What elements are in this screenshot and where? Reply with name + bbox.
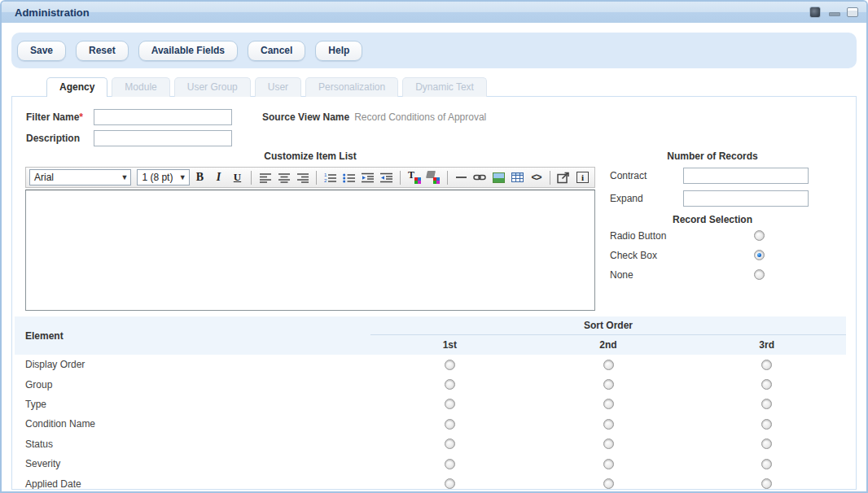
sort-radio-2nd-group[interactable] <box>603 379 614 390</box>
element-header: Element <box>15 316 370 355</box>
sort-row-label: Condition Name <box>15 418 370 430</box>
sort-radio-1st-condition-name[interactable] <box>445 419 455 430</box>
underline-icon[interactable]: U <box>229 169 246 186</box>
save-button[interactable]: Save <box>17 41 66 61</box>
contract-row: Contract <box>607 167 846 185</box>
sort-radio-2nd-display-order[interactable] <box>603 360 614 370</box>
sort-radio-3rd-condition-name[interactable] <box>761 419 772 430</box>
check-box-option-label: Check Box <box>607 250 754 261</box>
reset-button[interactable]: Reset <box>76 41 129 61</box>
administration-window: Administration Save Reset Available Fiel… <box>0 0 868 493</box>
record-selection-option-check-box: Check Box <box>607 246 846 264</box>
column-header-2nd: 2nd <box>529 335 688 355</box>
font-family-select[interactable]: Arial▼ <box>29 169 131 185</box>
sort-radio-2nd-applied-date[interactable] <box>603 478 614 489</box>
sort-radio-3rd-group[interactable] <box>761 379 772 390</box>
bold-icon[interactable]: B <box>191 169 208 186</box>
record-selection-radio-radio-button[interactable] <box>754 230 765 241</box>
chevron-down-icon: ▼ <box>179 173 186 181</box>
unordered-list-icon[interactable] <box>340 169 357 186</box>
chevron-down-icon: ▼ <box>121 173 128 181</box>
tab-user[interactable]: User <box>255 77 301 97</box>
svg-text:1: 1 <box>324 172 327 177</box>
insert-image-icon[interactable] <box>490 169 507 186</box>
italic-icon[interactable]: I <box>210 169 227 186</box>
sort-order-table: Element Sort Order 1st 2nd 3rd Display O… <box>15 316 846 490</box>
horizontal-rule-icon[interactable] <box>453 169 470 186</box>
tab-user-group[interactable]: User Group <box>174 77 251 97</box>
sort-table-row: Severity <box>15 454 846 473</box>
insert-link-icon[interactable] <box>471 169 489 186</box>
help-button[interactable]: Help <box>315 41 362 61</box>
record-selection-option-radio-button: Radio Button <box>607 226 846 245</box>
sort-radio-1st-display-order[interactable] <box>445 360 455 370</box>
sort-radio-2nd-status[interactable] <box>603 438 614 449</box>
ordered-list-icon[interactable]: 12 <box>322 169 339 186</box>
sort-radio-1st-type[interactable] <box>445 399 455 409</box>
action-button-bar: Save Reset Available Fields Cancel Help <box>11 33 857 68</box>
window-options-icon[interactable] <box>809 7 821 18</box>
editor-content-area[interactable] <box>25 190 595 311</box>
expand-input[interactable] <box>683 190 809 207</box>
maximize-icon[interactable] <box>847 7 858 17</box>
sort-table-row: Condition Name <box>15 414 846 434</box>
minimize-icon[interactable] <box>829 7 839 17</box>
record-selection-radio-none[interactable] <box>754 269 765 280</box>
align-left-icon[interactable] <box>256 169 274 186</box>
sort-radio-1st-applied-date[interactable] <box>445 478 455 489</box>
filter-name-row: Filter Name* <box>26 109 232 125</box>
sort-radio-3rd-severity[interactable] <box>761 459 772 469</box>
titlebar: Administration <box>2 2 866 23</box>
expand-editor-icon[interactable] <box>555 169 572 186</box>
window-controls <box>809 7 858 18</box>
sort-radio-3rd-status[interactable] <box>761 438 772 449</box>
filter-name-input[interactable] <box>94 109 232 125</box>
sort-radio-2nd-condition-name[interactable] <box>603 419 614 430</box>
agency-tab-panel: Filter Name* Source View Name Record Con… <box>11 96 857 490</box>
available-fields-button[interactable]: Available Fields <box>138 41 238 61</box>
indent-icon[interactable] <box>378 169 395 186</box>
insert-table-icon[interactable] <box>509 169 526 186</box>
highlight-color-icon[interactable] <box>425 169 442 186</box>
expand-label: Expand <box>607 193 683 204</box>
sort-radio-1st-status[interactable] <box>445 438 455 449</box>
record-selection-radio-check-box[interactable] <box>754 250 765 260</box>
align-center-icon[interactable] <box>275 169 292 186</box>
sort-row-label: Group <box>15 379 370 390</box>
source-view-label: Source View Name <box>262 111 349 123</box>
tab-bar: Agency Module User Group User Personaliz… <box>46 77 857 97</box>
tab-dynamic-text[interactable]: Dynamic Text <box>402 77 487 97</box>
record-selection-option-none: None <box>607 265 846 284</box>
align-right-icon[interactable] <box>294 169 311 186</box>
sort-table-row: Type <box>15 395 846 414</box>
sort-radio-3rd-applied-date[interactable] <box>761 478 772 489</box>
rich-text-editor: Arial▼ 1 (8 pt)▼ B I U 12 T <box>25 167 595 311</box>
sort-radio-2nd-severity[interactable] <box>603 459 614 469</box>
sort-radio-1st-severity[interactable] <box>445 459 455 469</box>
sort-radio-3rd-type[interactable] <box>761 399 772 409</box>
svg-text:2: 2 <box>324 178 327 183</box>
cancel-button[interactable]: Cancel <box>248 41 305 61</box>
editor-info-icon[interactable]: i <box>574 169 591 186</box>
sort-table-row: Status <box>15 434 846 454</box>
sort-radio-2nd-type[interactable] <box>603 399 614 409</box>
sort-radio-3rd-display-order[interactable] <box>761 360 772 370</box>
html-source-icon[interactable]: <> <box>528 169 545 186</box>
font-size-select[interactable]: 1 (8 pt)▼ <box>137 169 189 185</box>
source-view-value: Record Conditions of Approval <box>354 111 486 123</box>
sort-order-header: Sort Order <box>370 316 846 335</box>
description-row: Description <box>26 130 232 146</box>
number-of-records-title: Number of Records <box>607 151 818 162</box>
editor-toolbar: Arial▼ 1 (8 pt)▼ B I U 12 T <box>25 167 595 188</box>
window-body: Save Reset Available Fields Cancel Help … <box>2 23 866 491</box>
sort-row-label: Status <box>15 438 370 450</box>
tab-module[interactable]: Module <box>112 77 169 97</box>
tab-personalization[interactable]: Personalization <box>305 77 398 97</box>
tab-agency[interactable]: Agency <box>46 77 107 97</box>
description-input[interactable] <box>94 130 232 146</box>
sort-radio-1st-group[interactable] <box>445 379 455 390</box>
customize-item-list-title: Customize Item List <box>25 151 595 162</box>
outdent-icon[interactable] <box>359 169 376 186</box>
contract-input[interactable] <box>683 168 809 184</box>
text-color-icon[interactable]: T <box>406 169 423 186</box>
